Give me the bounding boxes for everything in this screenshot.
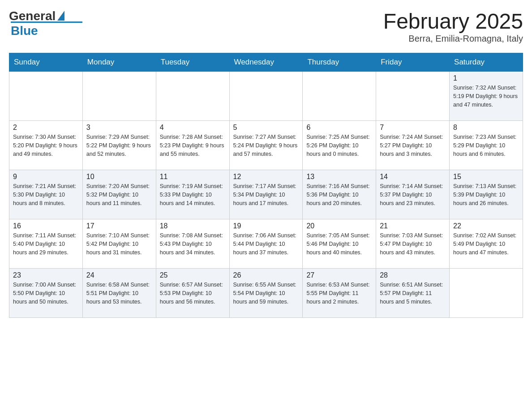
day-info: Sunrise: 7:21 AM Sunset: 5:30 PM Dayligh… [13,182,79,207]
day-number: 15 [453,173,519,181]
day-info: Sunrise: 7:17 AM Sunset: 5:34 PM Dayligh… [233,182,299,207]
calendar-cell: 27Sunrise: 6:53 AM Sunset: 5:55 PM Dayli… [303,269,376,318]
calendar-cell: 2Sunrise: 7:30 AM Sunset: 5:20 PM Daylig… [9,121,83,170]
calendar-cell: 28Sunrise: 6:51 AM Sunset: 5:57 PM Dayli… [376,269,450,318]
calendar-cell [303,72,376,121]
calendar-cell [376,72,450,121]
day-info: Sunrise: 7:00 AM Sunset: 5:50 PM Dayligh… [13,281,79,306]
calendar-cell: 17Sunrise: 7:10 AM Sunset: 5:42 PM Dayli… [82,219,156,269]
day-info: Sunrise: 7:14 AM Sunset: 5:37 PM Dayligh… [380,182,446,207]
day-number: 2 [13,124,79,132]
location-subtitle: Berra, Emilia-Romagna, Italy [383,34,523,44]
calendar-cell: 19Sunrise: 7:06 AM Sunset: 5:44 PM Dayli… [229,219,303,269]
calendar-cell: 25Sunrise: 6:57 AM Sunset: 5:53 PM Dayli… [156,269,229,318]
day-number: 16 [13,222,79,230]
day-info: Sunrise: 7:03 AM Sunset: 5:47 PM Dayligh… [380,231,446,257]
calendar-cell: 6Sunrise: 7:25 AM Sunset: 5:26 PM Daylig… [303,121,376,170]
calendar-week-row-1: 1Sunrise: 7:32 AM Sunset: 5:19 PM Daylig… [9,72,523,121]
day-info: Sunrise: 7:10 AM Sunset: 5:42 PM Dayligh… [86,231,152,257]
day-info: Sunrise: 7:06 AM Sunset: 5:44 PM Dayligh… [233,231,299,257]
calendar-cell [9,72,83,121]
calendar-week-row-2: 2Sunrise: 7:30 AM Sunset: 5:20 PM Daylig… [9,121,523,170]
day-info: Sunrise: 7:11 AM Sunset: 5:40 PM Dayligh… [13,231,79,257]
calendar-cell [82,72,156,121]
calendar-cell: 3Sunrise: 7:29 AM Sunset: 5:22 PM Daylig… [82,121,156,170]
calendar-cell [450,269,523,318]
calendar-header-tuesday: Tuesday [156,53,229,72]
day-number: 28 [380,271,446,279]
calendar-header-wednesday: Wednesday [229,53,303,72]
calendar-cell: 13Sunrise: 7:16 AM Sunset: 5:36 PM Dayli… [303,170,376,219]
calendar-header-monday: Monday [82,53,156,72]
calendar-cell: 10Sunrise: 7:20 AM Sunset: 5:32 PM Dayli… [82,170,156,219]
day-number: 13 [306,173,372,181]
calendar-cell: 26Sunrise: 6:55 AM Sunset: 5:54 PM Dayli… [229,269,303,318]
calendar-cell: 24Sunrise: 6:58 AM Sunset: 5:51 PM Dayli… [82,269,156,318]
logo-triangle-icon [57,11,64,21]
day-info: Sunrise: 7:16 AM Sunset: 5:36 PM Dayligh… [306,182,372,207]
calendar-cell: 16Sunrise: 7:11 AM Sunset: 5:40 PM Dayli… [9,219,83,269]
calendar-cell: 12Sunrise: 7:17 AM Sunset: 5:34 PM Dayli… [229,170,303,219]
title-block: February 2025 Berra, Emilia-Romagna, Ita… [383,9,523,44]
calendar-cell: 18Sunrise: 7:08 AM Sunset: 5:43 PM Dayli… [156,219,229,269]
day-number: 26 [233,271,299,279]
calendar-cell: 22Sunrise: 7:02 AM Sunset: 5:49 PM Dayli… [450,219,523,269]
day-number: 1 [453,74,519,82]
calendar-week-row-5: 23Sunrise: 7:00 AM Sunset: 5:50 PM Dayli… [9,269,523,318]
logo: General Blue [9,9,82,38]
day-number: 18 [160,222,226,230]
day-number: 9 [13,173,79,181]
calendar-cell: 5Sunrise: 7:27 AM Sunset: 5:24 PM Daylig… [229,121,303,170]
calendar-table: SundayMondayTuesdayWednesdayThursdayFrid… [9,53,523,318]
day-number: 11 [160,173,226,181]
day-info: Sunrise: 7:25 AM Sunset: 5:26 PM Dayligh… [306,133,372,158]
calendar-cell: 20Sunrise: 7:05 AM Sunset: 5:46 PM Dayli… [303,219,376,269]
day-info: Sunrise: 7:29 AM Sunset: 5:22 PM Dayligh… [86,133,152,158]
calendar-cell: 8Sunrise: 7:23 AM Sunset: 5:29 PM Daylig… [450,121,523,170]
day-number: 20 [306,222,372,230]
day-number: 6 [306,124,372,132]
month-year-title: February 2025 [383,9,523,34]
calendar-header-sunday: Sunday [9,53,83,72]
day-info: Sunrise: 7:08 AM Sunset: 5:43 PM Dayligh… [160,231,226,257]
day-number: 24 [86,271,152,279]
calendar-header-row: SundayMondayTuesdayWednesdayThursdayFrid… [9,53,523,72]
day-number: 5 [233,124,299,132]
calendar-cell: 4Sunrise: 7:28 AM Sunset: 5:23 PM Daylig… [156,121,229,170]
logo-blue-text: Blue [11,24,38,38]
calendar-cell: 11Sunrise: 7:19 AM Sunset: 5:33 PM Dayli… [156,170,229,219]
calendar-header-friday: Friday [376,53,450,72]
day-number: 10 [86,173,152,181]
calendar-week-row-3: 9Sunrise: 7:21 AM Sunset: 5:30 PM Daylig… [9,170,523,219]
day-number: 3 [86,124,152,132]
day-number: 4 [160,124,226,132]
calendar-cell: 23Sunrise: 7:00 AM Sunset: 5:50 PM Dayli… [9,269,83,318]
calendar-cell: 1Sunrise: 7:32 AM Sunset: 5:19 PM Daylig… [450,72,523,121]
calendar-header-thursday: Thursday [303,53,376,72]
day-number: 17 [86,222,152,230]
calendar-cell: 9Sunrise: 7:21 AM Sunset: 5:30 PM Daylig… [9,170,83,219]
day-number: 21 [380,222,446,230]
day-number: 22 [453,222,519,230]
day-info: Sunrise: 6:51 AM Sunset: 5:57 PM Dayligh… [380,281,446,306]
day-info: Sunrise: 7:02 AM Sunset: 5:49 PM Dayligh… [453,231,519,257]
calendar-header-saturday: Saturday [450,53,523,72]
day-info: Sunrise: 6:57 AM Sunset: 5:53 PM Dayligh… [160,281,226,306]
calendar-cell: 7Sunrise: 7:24 AM Sunset: 5:27 PM Daylig… [376,121,450,170]
day-info: Sunrise: 7:05 AM Sunset: 5:46 PM Dayligh… [306,231,372,257]
day-info: Sunrise: 7:30 AM Sunset: 5:20 PM Dayligh… [13,133,79,158]
calendar-cell: 15Sunrise: 7:13 AM Sunset: 5:39 PM Dayli… [450,170,523,219]
page-header: General Blue February 2025 Berra, Emilia… [9,9,523,44]
day-info: Sunrise: 7:28 AM Sunset: 5:23 PM Dayligh… [160,133,226,158]
day-number: 19 [233,222,299,230]
day-number: 25 [160,271,226,279]
day-number: 27 [306,271,372,279]
day-number: 12 [233,173,299,181]
calendar-cell [229,72,303,121]
day-info: Sunrise: 6:58 AM Sunset: 5:51 PM Dayligh… [86,281,152,306]
calendar-week-row-4: 16Sunrise: 7:11 AM Sunset: 5:40 PM Dayli… [9,219,523,269]
day-number: 14 [380,173,446,181]
day-info: Sunrise: 7:20 AM Sunset: 5:32 PM Dayligh… [86,182,152,207]
day-number: 7 [380,124,446,132]
day-number: 8 [453,124,519,132]
